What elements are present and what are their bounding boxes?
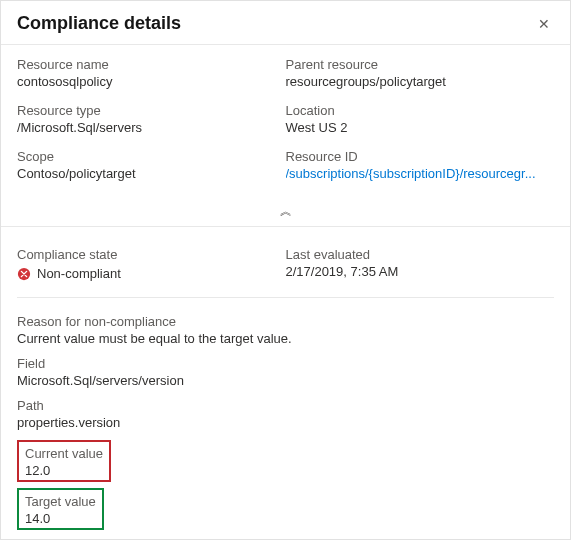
parent-resource-label: Parent resource	[286, 57, 545, 72]
location-field: Location West US 2	[286, 103, 555, 135]
chevron-up-icon: ︽	[280, 204, 292, 218]
current-value-label: Current value	[25, 446, 103, 461]
reason-title: Reason for non-compliance	[17, 314, 554, 329]
last-evaluated-value: 2/17/2019, 7:35 AM	[286, 264, 555, 279]
location-value: West US 2	[286, 120, 545, 135]
parent-resource-field: Parent resource resourcegroups/policytar…	[286, 57, 555, 89]
path-label: Path	[17, 398, 554, 413]
scope-value: Contoso/policytarget	[17, 166, 276, 181]
status-row: Compliance state Non-compliant Last eval…	[1, 227, 570, 297]
target-value-label: Target value	[25, 494, 96, 509]
scope-field: Scope Contoso/policytarget	[17, 149, 286, 181]
scope-label: Scope	[17, 149, 276, 164]
resource-type-value: /Microsoft.Sql/servers	[17, 120, 276, 135]
parent-resource-value: resourcegroups/policytarget	[286, 74, 545, 89]
current-value-box: Current value 12.0	[17, 440, 111, 482]
resource-id-link[interactable]: /subscriptions/{subscriptionID}/resource…	[286, 166, 545, 181]
resource-name-field: Resource name contososqlpolicy	[17, 57, 286, 89]
error-icon	[17, 267, 31, 281]
resource-name-value: contososqlpolicy	[17, 74, 276, 89]
target-value-box: Target value 14.0	[17, 488, 104, 530]
compliance-state-field: Compliance state Non-compliant	[17, 247, 286, 281]
path-value: properties.version	[17, 415, 554, 430]
compliance-state-value: Non-compliant	[37, 266, 121, 281]
close-button[interactable]: ✕	[534, 14, 554, 34]
last-evaluated-label: Last evaluated	[286, 247, 555, 262]
compliance-details-panel: Compliance details ✕ Resource name conto…	[0, 0, 571, 540]
panel-header: Compliance details ✕	[1, 1, 570, 45]
field-value: Microsoft.Sql/servers/version	[17, 373, 554, 388]
reason-message: Current value must be equal to the targe…	[17, 331, 554, 346]
reason-section: Reason for non-compliance Current value …	[1, 298, 570, 540]
location-label: Location	[286, 103, 545, 118]
panel-title: Compliance details	[17, 13, 181, 34]
resource-details-section: Resource name contososqlpolicy Parent re…	[1, 45, 570, 201]
resource-type-field: Resource type /Microsoft.Sql/servers	[17, 103, 286, 135]
resource-id-field: Resource ID /subscriptions/{subscription…	[286, 149, 555, 181]
target-value: 14.0	[25, 511, 96, 526]
collapse-toggle[interactable]: ︽	[1, 201, 570, 227]
last-evaluated-field: Last evaluated 2/17/2019, 7:35 AM	[286, 247, 555, 279]
field-label: Field	[17, 356, 554, 371]
resource-name-label: Resource name	[17, 57, 276, 72]
current-value: 12.0	[25, 463, 103, 478]
compliance-state-label: Compliance state	[17, 247, 286, 262]
resource-id-label: Resource ID	[286, 149, 545, 164]
close-icon: ✕	[538, 16, 550, 32]
resource-type-label: Resource type	[17, 103, 276, 118]
